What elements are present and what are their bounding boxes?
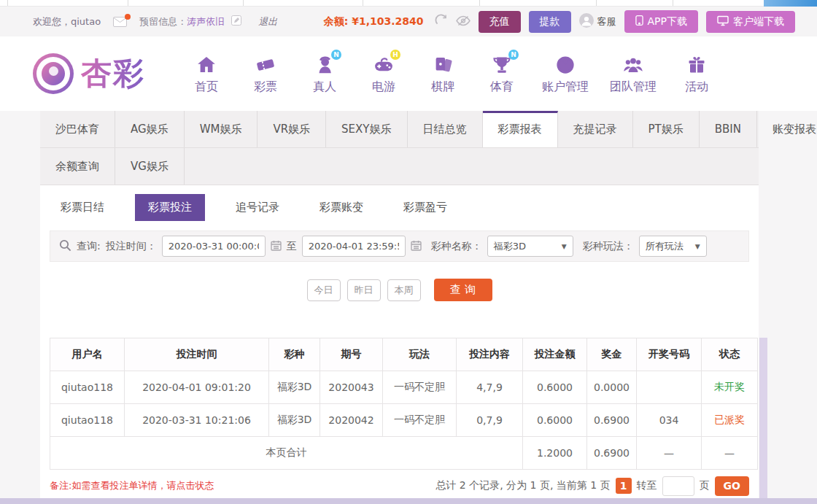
tab-daily-summary[interactable]: 日结总览: [408, 111, 483, 147]
nav-item-team[interactable]: 团队管理: [610, 53, 657, 95]
tab-wm[interactable]: WM娱乐: [185, 111, 258, 147]
top-edge-strip: [0, 0, 817, 7]
cell-bet-time: 2020-04-01 09:01:20: [125, 371, 269, 404]
content-card: 沙巴体育 AG娱乐 WM娱乐 VR娱乐 SEXY娱乐 日结总览 彩票报表 充提记…: [40, 111, 759, 498]
client-download-button[interactable]: 客户端下载: [706, 11, 795, 33]
calendar-icon[interactable]: [271, 240, 282, 253]
new-badge: N: [508, 50, 519, 60]
summary-row: 本页合计 1.2000 0.6900 — —: [50, 437, 758, 470]
card-footer: 备注:如需查看投注单详情，请点击状态 总计 2 个记录, 分为 1 页, 当前第…: [50, 473, 749, 498]
cell-prize: 0.0000: [587, 371, 637, 404]
today-button[interactable]: 今日: [307, 279, 341, 301]
date-to-input[interactable]: [302, 236, 406, 257]
gamepad-icon: H: [372, 53, 395, 77]
this-week-button[interactable]: 本周: [387, 279, 421, 301]
cell-amount: 0.6000: [523, 371, 587, 404]
welcome-text: 欢迎您，qiutao: [33, 15, 101, 28]
unread-dot: [125, 14, 131, 20]
col-username: 用户名: [50, 338, 125, 371]
trophy-icon: N: [490, 53, 514, 77]
balance: 余额: ¥1,103.2840: [324, 15, 424, 28]
edit-icon[interactable]: [231, 15, 241, 28]
report-tabs-row1: 沙巴体育 AG娱乐 WM娱乐 VR娱乐 SEXY娱乐 日结总览 彩票报表 充提记…: [40, 111, 759, 148]
cards-icon: [431, 53, 454, 77]
brand-logo[interactable]: 杏彩: [33, 53, 145, 94]
cell-play: 一码不定胆: [383, 404, 457, 437]
pagination-summary: 总计 2 个记录, 分为 1 页, 当前第 1 页: [435, 479, 610, 492]
goto-label: 转至: [637, 479, 657, 492]
current-page-button[interactable]: 1: [616, 478, 632, 494]
tab-deposit-withdraw[interactable]: 充提记录: [558, 111, 633, 147]
gift-icon: [685, 53, 708, 77]
team-icon: [622, 53, 645, 77]
subtab-lottery-profit-loss[interactable]: 彩票盈亏: [394, 194, 457, 221]
go-button[interactable]: GO: [715, 476, 749, 496]
play-type-select[interactable]: 所有玩法 ▼: [639, 236, 707, 257]
right-scroll-strip[interactable]: [759, 338, 767, 504]
subtab-lottery-bets[interactable]: 彩票投注: [135, 194, 205, 221]
tab-account-change[interactable]: 账变报表: [757, 111, 817, 147]
tab-lottery-report[interactable]: 彩票报表: [483, 111, 558, 147]
customer-service[interactable]: 客服: [579, 13, 616, 30]
nav-item-promotions[interactable]: 活动: [678, 53, 716, 95]
nav-item-egames[interactable]: H 电游: [365, 53, 403, 95]
col-amount: 投注金额: [523, 338, 587, 371]
subtab-lottery-account-change[interactable]: 彩票账变: [310, 194, 373, 221]
tab-sexy[interactable]: SEXY娱乐: [326, 111, 407, 147]
top-bar: 欢迎您，qiutao 预留信息：涛声依旧 退出 余额: ¥1,103.2840 …: [0, 7, 817, 36]
tab-balance-query[interactable]: 余额查询: [40, 148, 115, 185]
logout-link[interactable]: 退出: [258, 15, 277, 28]
refresh-icon[interactable]: [435, 14, 448, 29]
date-from-input[interactable]: [162, 236, 266, 257]
nav-item-live[interactable]: N 真人: [306, 53, 344, 95]
nav-item-account[interactable]: 账户管理: [542, 53, 589, 95]
tab-vg[interactable]: VG娱乐: [115, 148, 185, 185]
tab-pt[interactable]: PT娱乐: [633, 111, 700, 147]
lottery-select[interactable]: 福彩3D ▼: [487, 236, 573, 257]
subtab-lottery-daily[interactable]: 彩票日结: [51, 194, 114, 221]
brand-emblem-icon: [33, 53, 74, 94]
mail-icon[interactable]: [113, 17, 127, 27]
col-prize: 奖金: [587, 338, 637, 371]
note-text: 备注:如需查看投注单详情，请点击状态: [50, 479, 214, 492]
tab-bbin[interactable]: BBIN: [700, 111, 757, 147]
top-edge-blue-segment: [764, 0, 817, 7]
lottery-subtabs: 彩票日结 彩票投注 追号记录 彩票账变 彩票盈亏: [40, 185, 759, 229]
withdraw-button[interactable]: 提款: [529, 11, 571, 33]
cell-bet-time: 2020-03-31 10:21:06: [125, 404, 269, 437]
search-icon: [59, 239, 71, 254]
yesterday-button[interactable]: 昨日: [347, 279, 381, 301]
nav-item-lottery[interactable]: 彩票: [247, 53, 284, 95]
recharge-button[interactable]: 充值: [479, 11, 521, 33]
status-badge[interactable]: 未开奖: [702, 371, 758, 404]
bottom-edge-strip: [0, 498, 817, 504]
phone-icon: [635, 15, 643, 28]
nav-item-cards[interactable]: 棋牌: [424, 53, 462, 95]
query-label: 查询:: [77, 240, 101, 253]
bet-time-label: 投注时间：: [106, 240, 157, 253]
col-numbers: 开奖号码: [637, 338, 702, 371]
calendar-icon[interactable]: [411, 240, 422, 253]
subtab-chase-records[interactable]: 追号记录: [226, 194, 289, 221]
tab-vr[interactable]: VR娱乐: [258, 111, 326, 147]
app-download-button[interactable]: APP下载: [624, 10, 698, 33]
summary-label: 本页合计: [50, 437, 523, 470]
reserved-info: 预留信息：涛声依旧: [139, 15, 225, 28]
eye-off-icon[interactable]: [456, 15, 471, 28]
bets-table: 用户名 投注时间 彩种 期号 玩法 投注内容 投注金额 奖金 开奖号码 状态 q…: [50, 338, 758, 470]
goto-page-input[interactable]: [662, 476, 694, 496]
cell-content: 0,7,9: [457, 404, 523, 437]
status-badge[interactable]: 已派奖: [702, 404, 758, 437]
col-play: 玩法: [383, 338, 457, 371]
search-submit-button[interactable]: 查 询: [434, 279, 492, 301]
col-bet-time: 投注时间: [125, 338, 269, 371]
tab-shaba-sports[interactable]: 沙巴体育: [40, 111, 115, 147]
tab-ag[interactable]: AG娱乐: [115, 111, 185, 147]
chevron-down-icon: ▼: [695, 243, 700, 250]
cell-numbers: [637, 371, 702, 404]
nav-item-sports[interactable]: N 体育: [483, 53, 521, 95]
cell-prize: 0.6900: [587, 404, 637, 437]
play-type-label: 彩种玩法：: [583, 240, 634, 253]
table-row: qiutao118 2020-04-01 09:01:20 福彩3D 20200…: [50, 371, 758, 404]
nav-item-home[interactable]: 首页: [187, 53, 225, 95]
